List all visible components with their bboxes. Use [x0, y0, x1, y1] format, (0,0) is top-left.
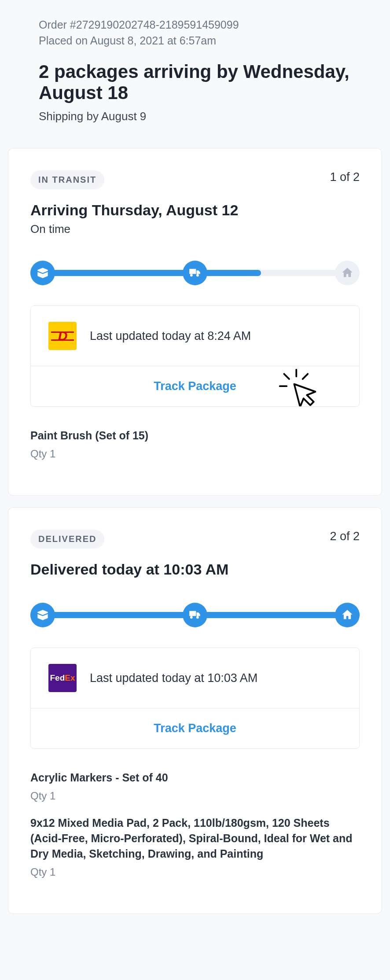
package-step-shipped	[183, 603, 207, 627]
page-title: 2 packages arriving by Wednesday, August…	[39, 61, 351, 104]
line-item: Paint Brush (Set of 15)Qty 1	[30, 428, 360, 460]
carrier-box: DLast updated today at 8:24 AMTrack Pack…	[30, 306, 360, 407]
order-header: Order #2729190202748-2189591459099 Place…	[8, 8, 382, 136]
items-list: Acrylic Markers - Set of 40Qty 19x12 Mix…	[30, 770, 360, 878]
dhl-logo-icon: D	[48, 322, 77, 350]
package-step-delivered	[335, 261, 360, 285]
status-badge: IN TRANSIT	[30, 170, 104, 189]
package-card: IN TRANSIT1 of 2Arriving Thursday, Augus…	[8, 148, 382, 496]
package-card: DELIVERED2 of 2Delivered today at 10:03 …	[8, 507, 382, 914]
cursor-click-icon	[277, 367, 320, 407]
package-heading: Arriving Thursday, August 12	[30, 202, 360, 219]
item-qty: Qty 1	[30, 790, 360, 802]
progress-bar	[30, 603, 360, 627]
order-number: Order #2729190202748-2189591459099	[39, 17, 351, 33]
line-item: Acrylic Markers - Set of 40Qty 1	[30, 770, 360, 802]
svg-line-2	[303, 374, 308, 379]
status-badge: DELIVERED	[30, 530, 104, 549]
item-qty: Qty 1	[30, 448, 360, 460]
package-heading: Delivered today at 10:03 AM	[30, 561, 360, 578]
item-name: 9x12 Mixed Media Pad, 2 Pack, 110lb/180g…	[30, 815, 360, 862]
last-updated: Last updated today at 8:24 AM	[90, 329, 251, 343]
progress-bar	[30, 261, 360, 285]
package-step-delivered	[335, 603, 360, 627]
track-package-link[interactable]: Track Package	[154, 722, 236, 735]
package-counter: 2 of 2	[330, 530, 360, 543]
package-subheading: On time	[30, 222, 360, 236]
item-qty: Qty 1	[30, 866, 360, 878]
svg-line-1	[284, 374, 289, 379]
last-updated: Last updated today at 10:03 AM	[90, 671, 258, 685]
carrier-box: FedExLast updated today at 10:03 AMTrack…	[30, 648, 360, 749]
package-step-packed	[30, 603, 55, 627]
fedex-logo-icon: FedEx	[48, 664, 77, 692]
package-step-shipped	[183, 261, 207, 285]
item-name: Acrylic Markers - Set of 40	[30, 770, 360, 785]
package-counter: 1 of 2	[330, 170, 360, 184]
order-placed: Placed on August 8, 2021 at 6:57am	[39, 33, 351, 48]
items-list: Paint Brush (Set of 15)Qty 1	[30, 428, 360, 460]
item-name: Paint Brush (Set of 15)	[30, 428, 360, 443]
line-item: 9x12 Mixed Media Pad, 2 Pack, 110lb/180g…	[30, 815, 360, 878]
order-meta: Order #2729190202748-2189591459099 Place…	[39, 17, 351, 49]
ship-by: Shipping by August 9	[39, 110, 351, 123]
track-package-link[interactable]: Track Package	[154, 379, 236, 393]
package-step-packed	[30, 261, 55, 285]
